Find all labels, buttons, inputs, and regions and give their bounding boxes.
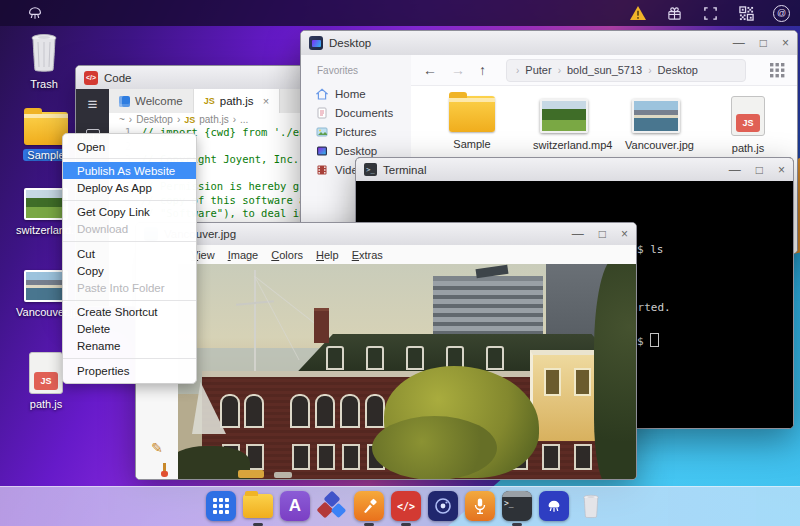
minimize-icon[interactable]: — [572,228,584,240]
photo-canvas[interactable] [178,264,636,479]
desktop-icon-label: path.js [16,398,76,410]
menu-extras[interactable]: Extras [352,249,383,261]
folder-icon [243,494,273,518]
sidebar-item-home[interactable]: Home [301,84,411,103]
photo-foreground-car [274,472,292,478]
file-item-pathjs[interactable]: JS path.js [717,96,779,154]
file-item-switzerland[interactable]: switzerland.mp4 [533,96,595,154]
dock-item-code-editor[interactable]: </> [390,490,422,522]
photo-center-tree-lower [372,416,497,479]
js-file-icon: JS [731,96,765,136]
pencil-tool-icon[interactable]: ✎ [136,440,178,456]
photo-lower-window [574,444,592,470]
maximize-icon[interactable]: □ [760,37,767,49]
warning-icon[interactable] [629,5,647,21]
up-icon[interactable]: ↑ [479,62,486,78]
dock-item-files[interactable] [242,490,274,522]
context-menu-item-deploy-as-app[interactable]: Deploy As App [63,179,196,196]
dock-item-paint[interactable] [353,490,385,522]
js-file-icon: JS [29,352,63,394]
context-menu-item-get-copy-link[interactable]: Get Copy Link [63,204,196,221]
menu-burger-icon[interactable]: ≡ [76,95,109,115]
context-menu-item-cut[interactable]: Cut [63,245,196,262]
dock-items: A </> [205,490,607,522]
sidebar-item-documents[interactable]: Documents [301,103,411,122]
dock-item-blocks[interactable] [316,490,348,522]
window-controls: — □ × [729,164,785,176]
context-menu-item-create-shortcut[interactable]: Create Shortcut [63,304,196,321]
terminal-titlebar[interactable]: >_ Terminal — □ × [356,158,793,182]
welcome-tab-icon [119,96,130,107]
folder-icon [449,96,495,132]
menu-colors[interactable]: Colors [271,249,303,261]
terminal-cursor [650,333,659,347]
code-app-icon: </> [84,71,98,85]
tab-close-icon[interactable]: × [263,95,269,107]
minimize-icon[interactable]: — [729,164,741,176]
desktop-icon [316,145,328,157]
close-icon[interactable]: × [782,37,789,49]
file-item-sample[interactable]: Sample [441,96,503,154]
grid-view-icon[interactable] [770,63,785,78]
maximize-icon[interactable]: □ [599,228,606,240]
close-icon[interactable]: × [778,164,785,176]
maximize-icon[interactable]: □ [756,164,763,176]
menu-separator [63,358,196,359]
image-viewer-window[interactable]: Vancouver.jpg — □ × View Image Colors He… [135,222,637,480]
dock-item-terminal[interactable]: >_ [501,490,533,522]
context-menu-item-delete[interactable]: Delete [63,321,196,338]
tab-pathjs[interactable]: JS path.js × [194,89,280,113]
context-menu-item-properties[interactable]: Properties [63,362,196,379]
tab-welcome[interactable]: Welcome [109,89,194,113]
dock-bar: A </> [0,486,800,526]
viewer-titlebar[interactable]: Vancouver.jpg — □ × [136,223,636,246]
dock-item-text-editor[interactable]: A [279,490,311,522]
sidebar-item-pictures[interactable]: Pictures [301,122,411,141]
sidebar-heading: Favorites [317,65,411,76]
photo-lower-window [292,444,310,470]
image-thumbnail-icon [632,99,680,133]
back-icon[interactable]: ← [423,62,437,78]
photo-arched-window [365,394,385,428]
desktop-icon-trash[interactable]: Trash [14,32,74,90]
qr-code-icon[interactable] [737,5,755,21]
close-icon[interactable]: × [621,228,628,240]
context-menu-item-paste-into-folder: Paste Into Folder [63,279,196,296]
breadcrumb-user[interactable]: bold_sun_5713 [567,64,642,76]
context-menu-item-copy[interactable]: Copy [63,262,196,279]
terminal-prompt-line: $ [637,333,659,350]
file-grid: Sample switzerland.mp4 Vancouver.jpg JS … [411,86,797,154]
trash-icon [26,32,62,74]
dock-item-puter[interactable] [538,490,570,522]
forward-icon[interactable]: → [451,62,465,78]
path-breadcrumb[interactable]: › Puter › bold_sun_5713 › Desktop [506,59,746,82]
video-icon [316,164,328,176]
context-menu-item-publish-as-website[interactable]: Publish As Website [63,162,196,179]
breadcrumb-puter[interactable]: Puter [525,64,551,76]
trash-icon [580,493,602,520]
puter-jellyfish-icon [539,491,569,521]
window-controls: — □ × [733,37,789,49]
breadcrumb-desktop[interactable]: Desktop [658,64,698,76]
context-menu-item-open[interactable]: Open [63,138,196,155]
dock-item-trash[interactable] [575,490,607,522]
dock-item-camera[interactable] [427,490,459,522]
fullscreen-icon[interactable] [701,5,719,21]
context-menu-item-rename[interactable]: Rename [63,338,196,355]
photo-arched-window [290,394,310,428]
photo-arched-window [340,394,360,428]
dock-item-app-launcher[interactable] [205,490,237,522]
account-icon[interactable]: @ [773,5,790,22]
files-window-titlebar[interactable]: Desktop — □ × [301,31,797,56]
menu-help[interactable]: Help [316,249,339,261]
photo-chimney [314,308,329,343]
file-item-vancouver[interactable]: Vancouver.jpg [625,96,687,154]
minimize-icon[interactable]: — [733,37,745,49]
desktop-app-icon [309,36,323,50]
app-launcher-icon [206,491,236,521]
gift-icon[interactable] [665,5,683,21]
dock-item-recorder[interactable] [464,490,496,522]
menu-image[interactable]: Image [228,249,259,261]
puter-logo-icon[interactable] [24,3,46,23]
camera-icon [428,491,458,521]
